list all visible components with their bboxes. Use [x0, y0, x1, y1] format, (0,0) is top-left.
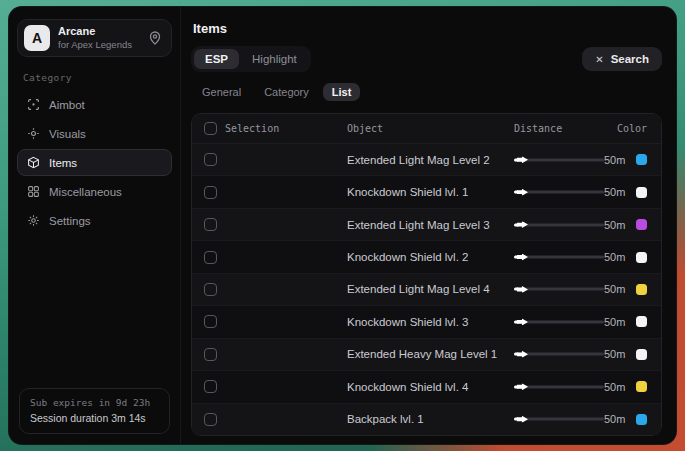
sidebar-item-aimbot[interactable]: Aimbot: [17, 91, 172, 118]
table-row: Knockdown Shield lvl. 2 50m: [192, 240, 661, 272]
sidebar-item-items[interactable]: Items: [17, 149, 172, 176]
object-label: Knockdown Shield lvl. 1: [347, 186, 514, 198]
table-row: Extended Heavy Mag Level 1 50m: [192, 338, 661, 370]
color-swatch[interactable]: [636, 284, 647, 295]
sidebar-item-visuals[interactable]: Visuals: [17, 120, 172, 147]
table-row: Extended Light Mag Level 4 50m: [192, 273, 661, 305]
object-label: Backpack lvl. 1: [347, 413, 514, 425]
distance-slider[interactable]: [514, 348, 604, 360]
color-swatch[interactable]: [636, 154, 647, 165]
distance-slider[interactable]: [514, 316, 604, 328]
row-checkbox[interactable]: [204, 348, 217, 361]
items-table: Selection Object Distance Color Extended…: [191, 113, 662, 436]
color-swatch[interactable]: [636, 252, 647, 263]
app-subtitle: for Apex Legends: [58, 39, 139, 51]
row-checkbox[interactable]: [204, 380, 217, 393]
esp-highlight-tab-group: ESP Highlight: [191, 46, 311, 72]
subtab-category[interactable]: Category: [255, 83, 318, 101]
category-section-label: Category: [23, 72, 166, 83]
row-checkbox[interactable]: [204, 413, 217, 426]
distance-slider[interactable]: [514, 283, 604, 295]
session-duration-text: Session duration 3m 14s: [30, 412, 159, 424]
sidebar-item-miscellaneous[interactable]: Miscellaneous: [17, 178, 172, 205]
distance-slider[interactable]: [514, 186, 604, 198]
object-label: Extended Light Mag Level 3: [347, 219, 514, 231]
color-swatch[interactable]: [636, 187, 647, 198]
sidebar: A Arcane for Apex Legends Category Aimbo…: [9, 7, 181, 444]
select-all-checkbox[interactable]: [204, 122, 217, 135]
table-row: Knockdown Shield lvl. 3 50m: [192, 305, 661, 337]
header-selection: Selection: [225, 123, 347, 134]
box-icon: [27, 156, 40, 169]
color-swatch[interactable]: [636, 219, 647, 230]
object-label: Knockdown Shield lvl. 3: [347, 316, 514, 328]
color-swatch[interactable]: [636, 349, 647, 360]
grid-icon: [27, 185, 40, 198]
tab-highlight[interactable]: Highlight: [241, 49, 308, 69]
sub-expires-text: Sub expires in 9d 23h: [30, 397, 159, 408]
sidebar-item-label: Miscellaneous: [49, 186, 122, 198]
distance-slider[interactable]: [514, 154, 604, 166]
header-distance: Distance: [514, 123, 562, 134]
table-body: Extended Light Mag Level 2 50m Knockdown…: [192, 144, 661, 435]
table-row: Extended Light Mag Level 3 50m: [192, 208, 661, 240]
search-button[interactable]: ✕ Search: [582, 47, 662, 71]
table-header: Selection Object Distance Color: [192, 114, 661, 144]
object-label: Extended Heavy Mag Level 1: [347, 348, 514, 360]
app-logo: A: [24, 25, 50, 51]
header-color: Color: [617, 123, 647, 134]
object-label: Extended Light Mag Level 4: [347, 283, 514, 295]
distance-slider[interactable]: [514, 219, 604, 231]
app-window: A Arcane for Apex Legends Category Aimbo…: [8, 6, 677, 445]
color-swatch[interactable]: [636, 316, 647, 327]
distance-slider[interactable]: [514, 251, 604, 263]
subscription-info-card: Sub expires in 9d 23h Session duration 3…: [19, 388, 170, 434]
table-row: Extended Light Mag Level 2 50m: [192, 144, 661, 175]
search-button-label: Search: [611, 53, 649, 65]
app-header-card: A Arcane for Apex Legends: [17, 19, 172, 57]
header-object: Object: [347, 123, 514, 134]
pin-icon[interactable]: [147, 30, 163, 46]
subtab-general[interactable]: General: [193, 83, 250, 101]
object-label: Knockdown Shield lvl. 4: [347, 381, 514, 393]
subtab-list[interactable]: List: [323, 83, 361, 101]
row-checkbox[interactable]: [204, 186, 217, 199]
sidebar-item-label: Visuals: [49, 128, 86, 140]
color-swatch[interactable]: [636, 414, 647, 425]
app-title: Arcane: [58, 25, 139, 39]
row-checkbox[interactable]: [204, 251, 217, 264]
sidebar-item-settings[interactable]: Settings: [17, 207, 172, 234]
search-icon: ✕: [595, 54, 603, 65]
row-checkbox[interactable]: [204, 218, 217, 231]
table-row: Knockdown Shield lvl. 4 50m: [192, 370, 661, 402]
crosshair-icon: [27, 98, 40, 111]
color-swatch[interactable]: [636, 381, 647, 392]
row-checkbox[interactable]: [204, 315, 217, 328]
gear-icon: [27, 214, 40, 227]
table-row: Backpack lvl. 1 50m: [192, 403, 661, 435]
sidebar-item-label: Items: [49, 157, 77, 169]
table-row: Knockdown Shield lvl. 1 50m: [192, 175, 661, 207]
row-checkbox[interactable]: [204, 153, 217, 166]
scan-icon: [27, 127, 40, 140]
subtab-group: General Category List: [193, 83, 662, 101]
distance-slider[interactable]: [514, 413, 604, 425]
page-title: Items: [193, 21, 662, 36]
distance-slider[interactable]: [514, 381, 604, 393]
main-panel: Items ESP Highlight ✕ Search General Cat…: [181, 7, 676, 444]
sidebar-item-label: Settings: [49, 215, 91, 227]
sidebar-item-label: Aimbot: [49, 99, 85, 111]
tab-esp[interactable]: ESP: [194, 49, 239, 69]
row-checkbox[interactable]: [204, 283, 217, 296]
object-label: Extended Light Mag Level 2: [347, 154, 514, 166]
object-label: Knockdown Shield lvl. 2: [347, 251, 514, 263]
